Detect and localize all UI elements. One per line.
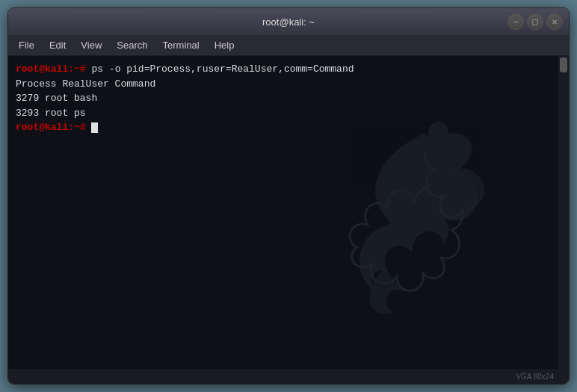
output-row-1: 3279 root bash	[16, 93, 97, 104]
kali-dragon-logo	[315, 115, 524, 324]
minimize-button[interactable]: —	[507, 13, 524, 30]
menu-file[interactable]: File	[11, 38, 42, 52]
output-header: Process RealUser Command	[16, 78, 155, 90]
window-controls: — □ ✕	[507, 13, 563, 30]
menu-edit[interactable]: Edit	[42, 38, 73, 52]
menu-help[interactable]: Help	[207, 38, 242, 52]
window-title: root@kali: ~	[262, 16, 315, 28]
prompt-final: root@kali:~#	[16, 122, 86, 133]
output-row-2: 3293 root ps	[16, 108, 86, 119]
menu-search[interactable]: Search	[109, 38, 155, 52]
terminal-line-5: root@kali:~#	[16, 120, 561, 135]
prompt-1: root@kali:~#	[16, 63, 86, 75]
title-bar: root@kali: ~ — □ ✕	[8, 8, 569, 35]
status-bar: VGA 80x24	[8, 369, 569, 384]
terminal-content: root@kali:~# ps -o pid=Process,ruser=Rea…	[8, 56, 569, 141]
close-button[interactable]: ✕	[546, 13, 563, 30]
terminal-cursor	[91, 122, 98, 133]
status-text: VGA 80x24	[516, 373, 554, 381]
menu-view[interactable]: View	[73, 38, 109, 52]
command-1: ps -o pid=Process,ruser=RealUser,comm=Co…	[91, 63, 354, 75]
terminal-line-1: root@kali:~# ps -o pid=Process,ruser=Rea…	[16, 62, 561, 77]
terminal-line-3: 3279 root bash	[16, 91, 561, 106]
maximize-button[interactable]: □	[527, 13, 543, 30]
terminal-line-2: Process RealUser Command	[16, 77, 561, 92]
terminal-body[interactable]: root@kali:~# ps -o pid=Process,ruser=Rea…	[8, 56, 569, 369]
terminal-line-4: 3293 root ps	[16, 106, 561, 121]
menu-terminal[interactable]: Terminal	[155, 38, 207, 52]
terminal-window: root@kali: ~ — □ ✕ File Edit View Search…	[7, 7, 570, 385]
menu-bar: File Edit View Search Terminal Help	[8, 35, 569, 56]
